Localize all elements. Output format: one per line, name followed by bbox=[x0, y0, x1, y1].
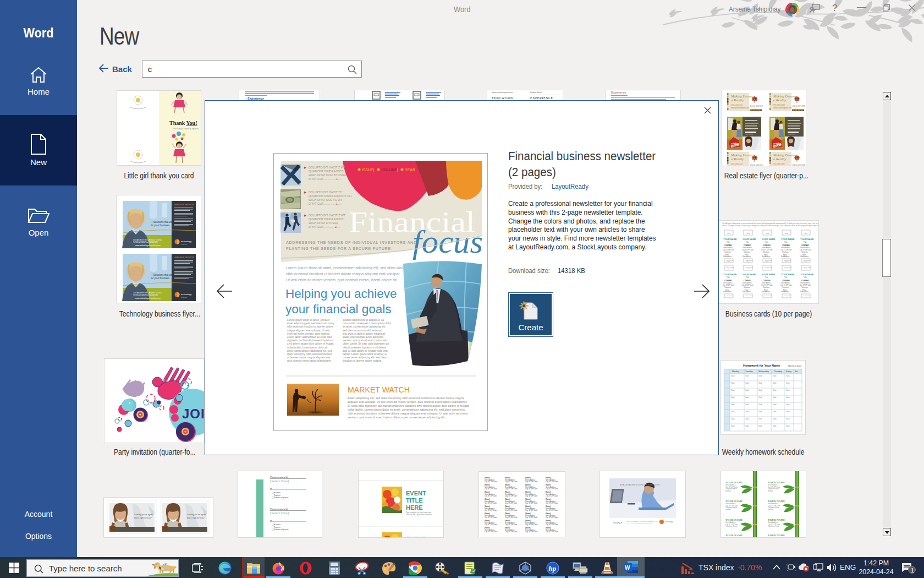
svg-text:1: 1 bbox=[336, 177, 338, 181]
svg-text:ut laoreet dolore magna aliqua: ut laoreet dolore magna aliquam erat bbox=[287, 356, 331, 359]
svg-text:Task: Task bbox=[786, 403, 790, 406]
svg-text:Task: Task bbox=[731, 403, 735, 406]
svg-text:veniam, quis nostrud exerci ta: veniam, quis nostrud exerci tation wisi bbox=[343, 339, 387, 342]
svg-text:Email: Email bbox=[725, 254, 729, 256]
svg-text:Task: Task bbox=[758, 396, 762, 399]
svg-text:nibh euismod tincidunt ut laor: nibh euismod tincidunt ut laoreet dolore bbox=[287, 325, 333, 328]
svg-text:Task: Task bbox=[773, 396, 777, 399]
svg-text:Lorem ipsum dolor sit amet, co: Lorem ipsum dolor sit amet, consectetuer… bbox=[286, 266, 403, 270]
svg-text:Street Address: Street Address bbox=[723, 247, 733, 249]
svg-text:etuer adipiscing elit, sed di: etuer adipiscing elit, sed diam non umny bbox=[287, 322, 334, 325]
svg-text:Thursday: Thursday bbox=[774, 370, 782, 373]
svg-text:london.Smart: london.Smart bbox=[530, 91, 542, 94]
svg-text:Et iusto odio dignissim qui bl: Et iusto odio dignissim qui blandit prae… bbox=[348, 404, 469, 407]
svg-text:quam erat volutpat. Enim ad mi: quam erat volutpat. Enim ad minim bbox=[343, 336, 383, 339]
svg-text:__Accepts: __Accepts bbox=[271, 492, 280, 494]
svg-text:veniam, quis nostrud exerci ta: veniam, quis nostrud exerci tation ullam… bbox=[348, 416, 446, 419]
svg-text:Task: Task bbox=[786, 389, 790, 391]
svg-text:Task: Task bbox=[745, 396, 749, 399]
svg-text:QUAMONT DIUDA AJDCD: QUAMONT DIUDA AJDCD bbox=[309, 217, 344, 221]
svg-text:Helping you achieve: Helping you achieve bbox=[285, 287, 397, 301]
svg-text:dignissim qui blandit praesent: dignissim qui blandit praesent luptatum bbox=[287, 339, 333, 342]
svg-text:www.interestingsite.com: www.interestingsite.com bbox=[492, 91, 513, 94]
svg-text:Telephone Email: Telephone Email bbox=[725, 525, 737, 527]
svg-text:City, ST ZIP Code: City, ST ZIP Code bbox=[485, 481, 497, 483]
svg-text:COMPANY: COMPANY bbox=[724, 244, 732, 247]
svg-text:aug ue duis dolore te feugait: aug ue duis dolore te feugait nulla erat bbox=[343, 350, 388, 352]
svg-text:zzril delenit augue duis dolor: zzril delenit augue duis dolore te feuga… bbox=[287, 342, 334, 345]
svg-text:Task: Task bbox=[731, 389, 735, 391]
svg-text:Sat: Sat bbox=[795, 370, 798, 373]
svg-text:Task: Task bbox=[773, 418, 777, 420]
svg-text:Task: Task bbox=[731, 411, 735, 413]
svg-text:your financial goals: your financial goals bbox=[285, 302, 392, 316]
svg-text:▶: ▶ bbox=[304, 214, 306, 217]
svg-text:City, ST ZIP Code: City, ST ZIP Code bbox=[485, 488, 497, 490]
svg-text:City, ST ZIP Code: City, ST ZIP Code bbox=[485, 516, 497, 519]
svg-text:__Regrets: __Regrets bbox=[271, 494, 280, 497]
svg-text:Task: Task bbox=[745, 403, 749, 406]
svg-text:diam nonummy nibh euismod tinc: diam nonummy nibh euismod tincidunt bbox=[287, 353, 333, 356]
svg-text:www.technologyconsulting.com: www.technologyconsulting.com bbox=[135, 244, 161, 247]
svg-text:EXPERIENCE: EXPERIENCE bbox=[530, 96, 553, 100]
svg-text:City, ST ZIP Code: City, ST ZIP Code bbox=[485, 509, 497, 511]
svg-text:EDUCATION: EDUCATION bbox=[492, 96, 513, 100]
svg-text:▮ FALLING ASLEEP AT WORK? PROB: ▮ FALLING ASLEEP AT WORK? PROBLEM SOLVED… bbox=[620, 484, 660, 486]
svg-text:Task: Task bbox=[773, 389, 777, 391]
svg-text:|: | bbox=[373, 168, 374, 172]
svg-text:ISSUE: ISSUE bbox=[362, 168, 373, 172]
svg-text:For Being Genuinely Special!: For Being Genuinely Special! bbox=[173, 127, 199, 130]
svg-text:Task: Task bbox=[758, 425, 762, 427]
svg-text:tinc idunt ut laoreet dolore m: tinc idunt ut laoreet dolore magna ali bbox=[343, 332, 385, 335]
svg-text:__Number of guests: __Number of guests bbox=[271, 497, 289, 499]
svg-text:Looking for an agent: Looking for an agent bbox=[134, 513, 153, 516]
svg-text:Task: Task bbox=[745, 375, 749, 377]
svg-text:Task: Task bbox=[745, 389, 749, 391]
svg-text:1: 1 bbox=[336, 202, 338, 205]
svg-text:DOLUPTO DIT HACIT Z WT: DOLUPTO DIT HACIT Z WT bbox=[309, 166, 346, 169]
svg-text:ADDRESSING THE NEEDS OF INDIVI: ADDRESSING THE NEEDS OF INDIVIDUAL INVES… bbox=[286, 241, 417, 244]
svg-text:Homework for Your Name: Homework for Your Name bbox=[743, 364, 780, 367]
svg-text:- Experience: - Experience bbox=[246, 97, 264, 100]
svg-text:VOLUME: VOLUME bbox=[381, 168, 398, 172]
svg-text:Solutions that work: Solutions that work bbox=[153, 221, 175, 223]
svg-text:Task: Task bbox=[731, 382, 735, 384]
svg-text:Etiam adipiscing elit, sed di: Etiam adipiscing elit, sed diam nonummy … bbox=[348, 396, 464, 400]
svg-text:HERE: HERE bbox=[406, 504, 423, 511]
svg-text:nulla facilisi. Lorem ipsum do: nulla facilisi. Lorem ipsum dolor sit bbox=[287, 346, 328, 349]
svg-text:DOLUPTO DIT HACIT Z WT: DOLUPTO DIT HACIT Z WT bbox=[309, 214, 346, 217]
svg-text:Task: Task bbox=[745, 411, 749, 413]
svg-text:YEAR: YEAR bbox=[405, 168, 415, 172]
svg-text:Website: Website bbox=[725, 509, 731, 511]
svg-text:City, ST ZIP Code: City, ST ZIP Code bbox=[485, 502, 497, 504]
svg-text:com modo consequat. Lorem ipsu: com modo consequat. Lorem ipsum dolor bbox=[343, 322, 392, 325]
svg-text:Don't be shy—grab their attent: Don't be shy—grab their attention! bbox=[405, 514, 432, 516]
svg-text:Web Address: Web Address bbox=[723, 255, 732, 258]
svg-text:▶: ▶ bbox=[304, 166, 306, 169]
svg-text:Telephone: Telephone bbox=[724, 251, 732, 253]
svg-text:|: | bbox=[397, 168, 398, 172]
svg-text:Tel 555.543.5432 Fax 555.543: Tel 555.543.5432 Fax 555.543.5433 bbox=[133, 241, 158, 243]
svg-text:1: 1 bbox=[911, 567, 914, 574]
svg-text:that's right for you?: that's right for you? bbox=[134, 516, 152, 519]
svg-text:Task: Task bbox=[758, 418, 762, 420]
svg-text:focus: focus bbox=[413, 223, 483, 260]
svg-text:WIGH DIYAT DYCVAA: WIGH DIYAT DYCVAA bbox=[309, 221, 338, 225]
svg-text:nibh euismod tincidunt ut laor: nibh euismod tincidunt ut laoreet dolore… bbox=[348, 412, 469, 415]
svg-text:Task: Task bbox=[758, 389, 762, 391]
svg-text:City, ST ZIP Code: City, ST ZIP Code bbox=[485, 524, 497, 526]
svg-text:QUAMONT DIUDA AJDCD V CLI: QUAMONT DIUDA AJDCD V CLI bbox=[309, 194, 351, 198]
svg-text:facilisi. Lorem ipsum dolor si: facilisi. Lorem ipsum dolor sit amet, te bbox=[343, 353, 387, 356]
svg-text:Please respond by: Please respond by bbox=[270, 476, 288, 478]
svg-text:Task: Task bbox=[773, 403, 777, 406]
svg-text:City, ST ZIP Code: City, ST ZIP Code bbox=[485, 495, 497, 497]
svg-text:consulting: consulting bbox=[181, 244, 188, 246]
svg-text:sed diam nonummy nibh euismod: sed diam nonummy nibh euismod bbox=[343, 329, 382, 332]
svg-text:Task: Task bbox=[773, 382, 777, 384]
svg-text:sit amet, consectetuer adipisc: sit amet, consectetuer adipiscing elit, bbox=[343, 325, 386, 328]
svg-text:WIGH DIYAT DOLI TC DVAA: WIGH DIYAT DOLI TC DVAA bbox=[309, 173, 346, 177]
svg-text:YOUR NAME: YOUR NAME bbox=[723, 238, 737, 241]
svg-text:technology: technology bbox=[181, 240, 191, 243]
svg-text:Week of Date: Week of Date bbox=[788, 364, 802, 367]
svg-text:Task: Task bbox=[745, 425, 749, 427]
